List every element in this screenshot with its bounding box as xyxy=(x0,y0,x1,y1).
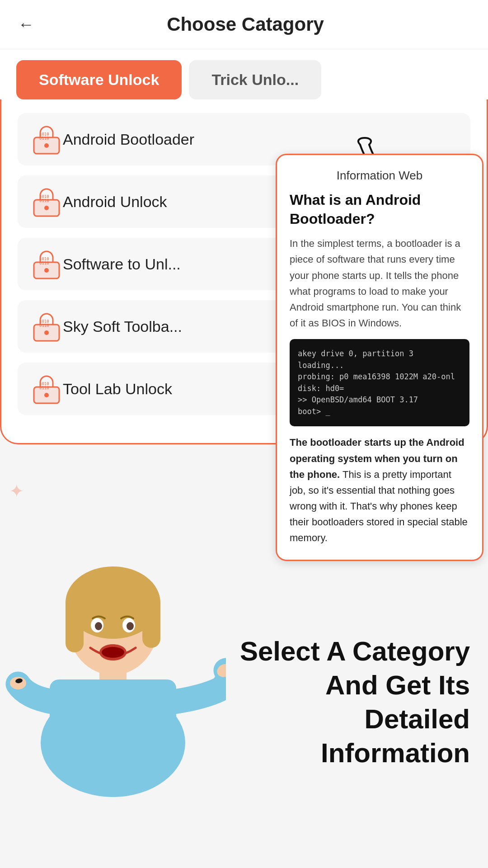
svg-point-14 xyxy=(44,268,49,273)
terminal-line: probing: p0 mea16398 1022M a20-onl xyxy=(298,371,461,383)
terminal-line: boot> _ xyxy=(298,406,461,418)
list-label-4: Sky Soft Toolba... xyxy=(63,318,182,335)
info-card-text-2: The bootloader starts up the Android ope… xyxy=(290,434,469,546)
lock-icon-5: 1010 0110 xyxy=(30,373,63,405)
svg-point-4 xyxy=(44,143,49,148)
star-deco-1: ✦ xyxy=(9,481,24,501)
terminal-line: >> OpenBSD/amd64 BOOT 3.17 xyxy=(298,394,461,406)
terminal-line: akey drive 0, partition 3 xyxy=(298,348,461,360)
person-illustration xyxy=(0,481,226,797)
svg-point-9 xyxy=(44,206,49,210)
terminal-line: disk: hd0= xyxy=(298,383,461,395)
page-title: Choose Catagory xyxy=(48,14,443,35)
lock-icon-2: 1010 0110 xyxy=(30,185,63,218)
bottom-text-line2: And Get Its Detailed xyxy=(235,668,470,736)
list-label-3: Software to Unl... xyxy=(63,255,181,273)
svg-text:0110: 0110 xyxy=(39,198,49,203)
lock-icon-3: 1010 0110 xyxy=(30,248,63,280)
lock-icon-1: 1010 0110 xyxy=(30,123,63,156)
lock-icon-4: 1010 0110 xyxy=(30,310,63,343)
svg-point-37 xyxy=(95,622,102,630)
svg-rect-31 xyxy=(142,594,160,648)
bottom-text: Select A Category And Get Its Detailed I… xyxy=(235,634,470,770)
svg-text:0110: 0110 xyxy=(39,136,49,141)
tab-software-unlock[interactable]: Software Unlock xyxy=(16,60,182,99)
info-card-text-1: In the simplest terms, a bootloader is a… xyxy=(290,236,469,331)
svg-text:0110: 0110 xyxy=(39,386,49,390)
header: ← Choose Catagory xyxy=(0,0,488,49)
list-label-1: Android Bootloader xyxy=(63,131,194,148)
svg-point-19 xyxy=(44,330,49,335)
back-button[interactable]: ← xyxy=(18,15,34,34)
info-card-heading: What is an Android Bootloader? xyxy=(290,191,469,228)
svg-text:0110: 0110 xyxy=(39,261,49,265)
tab-trick-unlock[interactable]: Trick Unlo... xyxy=(189,60,321,99)
terminal-line: loading... xyxy=(298,360,461,372)
list-label-2: Android Unlock xyxy=(63,193,167,211)
bottom-text-line3: Information xyxy=(235,736,470,770)
svg-rect-32 xyxy=(50,679,176,770)
bottom-text-line1: Select A Category xyxy=(235,634,470,668)
list-label-5: Tool Lab Unlock xyxy=(63,380,172,398)
svg-point-24 xyxy=(44,393,49,397)
svg-rect-30 xyxy=(66,594,84,652)
info-card: Information Web What is an Android Bootl… xyxy=(276,154,483,561)
svg-text:0110: 0110 xyxy=(39,323,49,328)
info-card-title: Information Web xyxy=(290,169,469,183)
terminal-box: akey drive 0, partition 3 loading... pro… xyxy=(290,339,469,426)
svg-point-38 xyxy=(127,622,134,630)
svg-point-40 xyxy=(102,647,124,658)
tab-row: Software Unlock Trick Unlo... xyxy=(0,49,488,99)
